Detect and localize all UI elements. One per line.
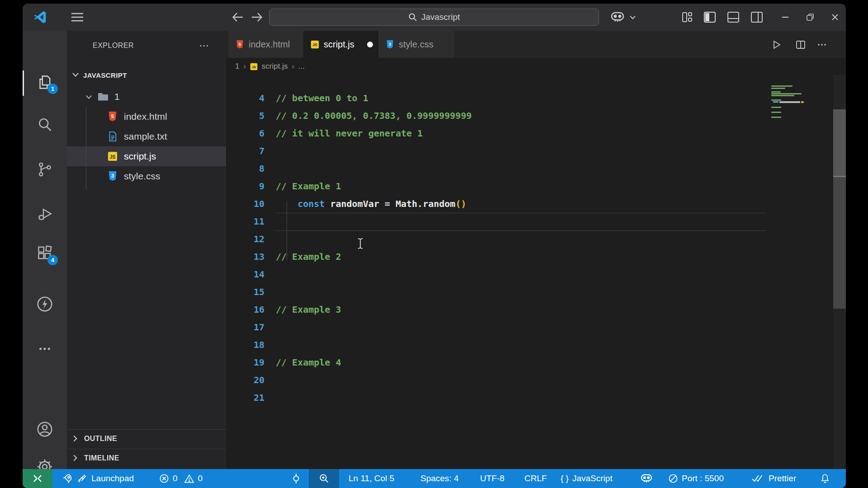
tab-index-html[interactable]: 5 index.html — [228, 31, 303, 58]
launchpad-label: Launchpad — [91, 474, 134, 483]
code-line-15[interactable]: 15 — [226, 283, 769, 301]
warnings-count: 0 — [198, 474, 203, 483]
code-line-14[interactable]: 14 — [226, 266, 769, 283]
line-number: 15 — [226, 283, 264, 301]
file-row-style-css[interactable]: 3 style.css — [67, 166, 226, 186]
problems-item[interactable]: 0 0 — [159, 469, 203, 488]
line-number: 4 — [226, 89, 264, 107]
code-line-19[interactable]: 19// Example 4 — [226, 354, 769, 371]
extensions-icon[interactable]: 4 — [36, 244, 54, 263]
code-line-12[interactable]: 12 — [226, 230, 769, 248]
command-center-search[interactable]: Javascript — [269, 9, 599, 26]
file-row-script-js[interactable]: JS script.js — [67, 146, 226, 166]
code-line-18[interactable]: 18 — [226, 336, 769, 354]
code-line-21[interactable]: 21 — [226, 389, 769, 407]
notifications-bell-icon[interactable] — [820, 469, 830, 488]
file-row-sample-txt[interactable]: sample.txt — [67, 127, 226, 146]
run-file-button[interactable] — [769, 38, 783, 52]
screencast-target-icon[interactable] — [291, 469, 301, 488]
source-control-icon[interactable] — [36, 160, 54, 178]
folder-row[interactable]: 1 — [67, 87, 226, 107]
explorer-sidebar: EXPLORER ⋯ JAVASCRIPT 1 5 index.html — [67, 31, 226, 469]
indentation-item[interactable]: Spaces: 4 — [420, 469, 459, 488]
tree-indent-guide — [86, 107, 86, 190]
language-mode-item[interactable]: { } JavaScript — [561, 469, 613, 488]
minimap-line — [771, 88, 785, 89]
prettier-item[interactable]: Prettier — [751, 469, 796, 488]
code-text: // Example 2 — [276, 248, 341, 266]
cursor-position-item[interactable]: Ln 11, Col 5 — [349, 469, 394, 488]
code-line-9[interactable]: 9// Example 1 — [226, 178, 769, 195]
copilot-icon[interactable] — [609, 10, 626, 24]
split-editor-icon[interactable] — [794, 38, 807, 52]
toggle-primary-sidebar-icon[interactable] — [703, 11, 717, 23]
svg-text:JS: JS — [252, 65, 256, 69]
line-number: 21 — [226, 389, 264, 407]
forward-button[interactable] — [250, 10, 264, 24]
zoom-status-item[interactable] — [309, 469, 339, 488]
restore-button[interactable] — [803, 11, 817, 23]
minimize-button[interactable] — [778, 11, 792, 23]
file-row-index-html[interactable]: 5 index.html — [67, 107, 226, 127]
run-debug-icon[interactable] — [36, 205, 54, 223]
copilot-chevron-down-icon[interactable] — [628, 14, 637, 21]
scrollbar-thumb[interactable] — [833, 109, 846, 309]
code-line-20[interactable]: 20 — [226, 371, 769, 389]
minimap-line — [773, 101, 778, 103]
code-line-17[interactable]: 17 — [226, 319, 769, 336]
eol-item[interactable]: CRLF — [524, 469, 547, 488]
modified-dot-icon[interactable] — [367, 42, 373, 47]
account-icon[interactable] — [36, 420, 54, 438]
breadcrumb-item-file[interactable]: script.js — [262, 62, 288, 71]
breadcrumb-item-symbol[interactable]: ... — [298, 62, 305, 71]
customize-layout-icon[interactable] — [680, 11, 694, 23]
svg-text:5: 5 — [111, 113, 114, 119]
close-button[interactable] — [828, 11, 842, 23]
chevron-right-icon — [72, 435, 78, 442]
copilot-status-icon[interactable] — [640, 469, 653, 488]
back-button[interactable] — [231, 10, 245, 24]
launchpad-item[interactable]: Launchpad — [62, 469, 134, 488]
code-line-6[interactable]: 6// it will never generate 1 — [226, 125, 769, 142]
explorer-title: EXPLORER — [93, 42, 134, 50]
more-views-icon[interactable] — [36, 340, 54, 358]
breadcrumb-item-folder[interactable]: 1 — [235, 62, 239, 71]
search-view-icon[interactable] — [36, 115, 54, 133]
code-line-5[interactable]: 5// 0.2 0.00005, 0.7383, 0.9999999999 — [226, 107, 769, 125]
code-line-10[interactable]: 10 const randomVar = Math.random() — [226, 195, 769, 213]
chevron-right-icon — [72, 454, 78, 462]
explorer-icon[interactable]: 1 — [36, 73, 54, 91]
code-line-7[interactable]: 7 — [226, 142, 769, 160]
encoding-label: UTF-8 — [480, 474, 505, 483]
prettier-label: Prettier — [769, 474, 796, 483]
code-line-8[interactable]: 8 — [226, 160, 769, 178]
encoding-item[interactable]: UTF-8 — [480, 469, 505, 488]
toggle-secondary-sidebar-icon[interactable] — [750, 11, 764, 23]
tab-style-css[interactable]: 3 style.css — [378, 31, 454, 58]
code-editor[interactable]: 4// between 0 to 15// 0.2 0.00005, 0.738… — [226, 75, 769, 469]
toggle-panel-icon[interactable] — [726, 11, 740, 23]
editor-scrollbar[interactable] — [833, 75, 846, 469]
minimap[interactable] — [769, 75, 833, 469]
remote-indicator[interactable] — [23, 469, 52, 488]
editor-more-actions-icon[interactable] — [815, 38, 829, 52]
tab-script-js[interactable]: JS script.js — [303, 31, 378, 58]
code-line-13[interactable]: 13// Example 2 — [226, 248, 769, 266]
explorer-more-icon[interactable]: ⋯ — [199, 40, 210, 52]
code-line-16[interactable]: 16// Example 3 — [226, 301, 769, 319]
minimap-line — [801, 101, 804, 103]
code-line-11[interactable]: 11 — [226, 213, 769, 230]
thunder-client-icon[interactable] — [36, 295, 54, 313]
chevron-down-icon — [71, 71, 80, 78]
menu-hamburger-icon[interactable] — [70, 11, 85, 23]
minimap-line — [771, 99, 781, 101]
breadcrumb[interactable]: 1 › JS script.js › ... — [235, 58, 305, 75]
outline-section[interactable]: OUTLINE — [67, 429, 226, 447]
live-server-port-item[interactable]: Port : 5500 — [668, 469, 724, 488]
workspace-section[interactable]: JAVASCRIPT — [67, 68, 226, 84]
eol-label: CRLF — [524, 474, 547, 483]
code-line-4[interactable]: 4// between 0 to 1 — [226, 89, 769, 107]
code-text: // Example 3 — [276, 301, 341, 319]
timeline-section[interactable]: TIMELINE — [67, 449, 226, 467]
code-text: // Example 4 — [276, 354, 341, 371]
